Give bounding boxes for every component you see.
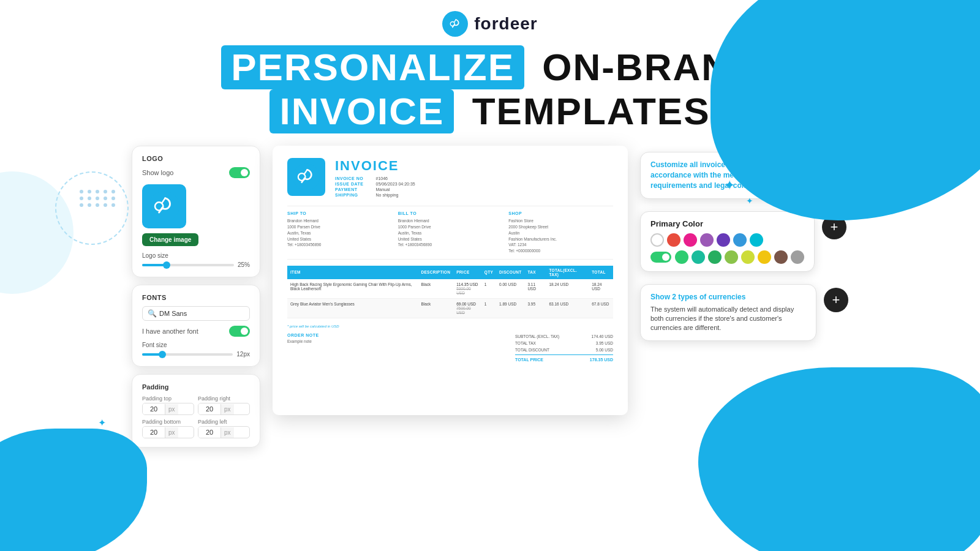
bill-to-city: Austin, Texas bbox=[398, 230, 503, 236]
show-logo-row: Show logo bbox=[142, 167, 250, 178]
color-swatch-white[interactable] bbox=[650, 233, 664, 247]
dot-pattern-left bbox=[80, 190, 116, 207]
color-swatch-dark-green[interactable] bbox=[708, 250, 722, 264]
color-swatch-brown[interactable] bbox=[774, 250, 788, 264]
ship-to-address: 1000 Parsen Drive bbox=[287, 224, 392, 230]
row2-discount: 1.89 USD bbox=[496, 298, 524, 318]
star-decoration-3: ✦ bbox=[98, 417, 106, 429]
bill-to-country: United States bbox=[398, 236, 503, 242]
ship-to-phone: Tel: +18003456890 bbox=[287, 242, 392, 248]
color-swatch-lime[interactable] bbox=[741, 250, 755, 264]
font-search-row[interactable]: 🔍 bbox=[142, 306, 250, 321]
padding-left-label: Padding left bbox=[198, 419, 250, 425]
row2-tax: 3.95 bbox=[524, 298, 546, 318]
callout-currencies: Show 2 types of currencies The system wi… bbox=[640, 284, 848, 341]
padding-top-input[interactable] bbox=[143, 403, 165, 414]
shop-title: SHOP bbox=[508, 211, 613, 216]
padding-right-input[interactable] bbox=[198, 403, 221, 414]
font-search-input[interactable] bbox=[159, 310, 244, 317]
logo-size-slider[interactable]: 25% bbox=[142, 261, 250, 268]
star-decoration-4: ✦ bbox=[119, 434, 124, 441]
padding-top-field: Padding top px bbox=[142, 395, 194, 415]
another-font-toggle[interactable] bbox=[229, 326, 250, 337]
row1-item: High Back Racing Style Ergonomic Gaming … bbox=[287, 279, 418, 299]
ship-to-title: SHIP TO bbox=[287, 211, 392, 216]
fonts-card: FONTS 🔍 I have another font Font size 12… bbox=[132, 285, 260, 367]
shop-country: Fashion Manufacturers Inc. bbox=[508, 236, 613, 242]
color-swatch-red[interactable] bbox=[667, 233, 680, 247]
invoice-highlight: INVOICE bbox=[270, 89, 454, 133]
deco-circle bbox=[55, 171, 129, 245]
row1-tax: 3.11 USD bbox=[524, 279, 546, 299]
color-swatches-row1 bbox=[650, 233, 804, 247]
color-swatch-teal[interactable] bbox=[692, 250, 705, 264]
star-decoration-2: ✦ bbox=[746, 196, 753, 206]
col-tax: TAX bbox=[524, 266, 546, 279]
padding-left-input[interactable] bbox=[198, 427, 221, 438]
row1-price: 114.35 USD 5300.00 USD bbox=[453, 279, 481, 299]
invoice-meta-values: #1046 05/06/2023 04:20:35 Manual No ship… bbox=[376, 176, 415, 197]
color-swatch-purple[interactable] bbox=[700, 233, 714, 247]
padding-card: Padding Padding top px Padding right bbox=[132, 374, 260, 448]
currency-note: * price will be calculated in USD bbox=[287, 324, 613, 328]
brand-name: fordeer bbox=[474, 14, 537, 34]
brand-logo bbox=[442, 11, 468, 37]
color-swatch-cyan[interactable] bbox=[750, 233, 763, 247]
totals-block: SUBTOTAL (EXCL. TAX) 174.40 USD TOTAL TA… bbox=[515, 333, 613, 363]
logo-size-label: Logo size bbox=[142, 252, 250, 259]
another-font-row: I have another font bbox=[142, 326, 250, 337]
callout-currencies-plus-btn[interactable]: + bbox=[824, 288, 848, 312]
color-swatch-green[interactable] bbox=[675, 250, 688, 264]
color-swatch-yellow[interactable] bbox=[758, 250, 771, 264]
change-image-button[interactable]: Change image bbox=[142, 233, 198, 246]
bg-blob-bottom-right bbox=[698, 367, 980, 551]
logo-section-title: Logo bbox=[142, 155, 250, 162]
color-swatch-blue[interactable] bbox=[733, 233, 747, 247]
subtotal-label: SUBTOTAL (EXCL. TAX) bbox=[515, 334, 559, 339]
shop-name: Fashion Store bbox=[508, 218, 613, 224]
shipping-value: No shipping bbox=[376, 193, 415, 197]
color-swatch-grey[interactable] bbox=[791, 250, 804, 264]
invoice-header: INVOICE INVOICE NO ISSUE DATE PAYMENT SH… bbox=[287, 158, 613, 197]
invoice-meta: INVOICE NO ISSUE DATE PAYMENT SHIPPING #… bbox=[335, 176, 613, 197]
padding-bottom-input[interactable] bbox=[143, 427, 165, 438]
ship-to-block: SHIP TO Brandon Hlemard 1000 Parsen Driv… bbox=[287, 211, 392, 254]
total-price-value: 178.35 USD bbox=[590, 358, 613, 362]
total-price-row: TOTAL PRICE 178.35 USD bbox=[515, 354, 613, 363]
invoice-no-label: INVOICE NO bbox=[335, 176, 364, 181]
bill-to-name: Brandon Hlemard bbox=[398, 218, 503, 224]
invoice-footer: ORDER NOTE Example note SUBTOTAL (EXCL. … bbox=[287, 333, 613, 363]
color-toggle[interactable] bbox=[650, 252, 671, 263]
color-swatch-pink[interactable] bbox=[684, 233, 697, 247]
table-row: High Back Racing Style Ergonomic Gaming … bbox=[287, 279, 613, 299]
fonts-section-title: FONTS bbox=[142, 294, 250, 301]
invoice-logo bbox=[287, 158, 325, 196]
svg-point-4 bbox=[293, 163, 320, 190]
color-swatch-light-green[interactable] bbox=[725, 250, 738, 264]
total-tax-value: 3.95 USD bbox=[596, 341, 613, 345]
padding-top-label: Padding top bbox=[142, 395, 194, 402]
show-logo-label: Show logo bbox=[142, 169, 173, 176]
color-swatch-deep-purple[interactable] bbox=[717, 233, 730, 247]
row2-item: Grey Blue Aviator Men's Sunglasses bbox=[287, 298, 418, 318]
padding-left-field: Padding left px bbox=[198, 419, 250, 438]
font-size-slider[interactable]: 12px bbox=[142, 351, 250, 358]
issue-date-label: ISSUE DATE bbox=[335, 182, 364, 186]
invoice-meta-labels: INVOICE NO ISSUE DATE PAYMENT SHIPPING bbox=[335, 176, 364, 197]
shop-address: 2000 Shopkeep Street bbox=[508, 224, 613, 230]
show-logo-toggle[interactable] bbox=[229, 167, 250, 178]
row1-discount: 0.00 USD bbox=[496, 279, 524, 299]
row1-total-excl: 18.24 USD bbox=[546, 279, 589, 299]
col-qty: QTY bbox=[481, 266, 496, 279]
color-swatches-row2 bbox=[675, 250, 804, 264]
order-note-block: ORDER NOTE Example note bbox=[287, 333, 503, 363]
padding-title: Padding bbox=[142, 383, 250, 391]
padding-right-unit: px bbox=[221, 404, 234, 414]
color-toggle-row bbox=[650, 250, 804, 264]
total-tax-label: TOTAL TAX bbox=[515, 341, 536, 345]
font-size-label: Font size bbox=[142, 342, 250, 348]
shop-phone: Tel: +0000000000 bbox=[508, 248, 613, 254]
logo-size-value: 25% bbox=[238, 261, 250, 268]
bg-blob-top-right bbox=[710, 0, 980, 220]
padding-bottom-label: Padding bottom bbox=[142, 419, 194, 425]
